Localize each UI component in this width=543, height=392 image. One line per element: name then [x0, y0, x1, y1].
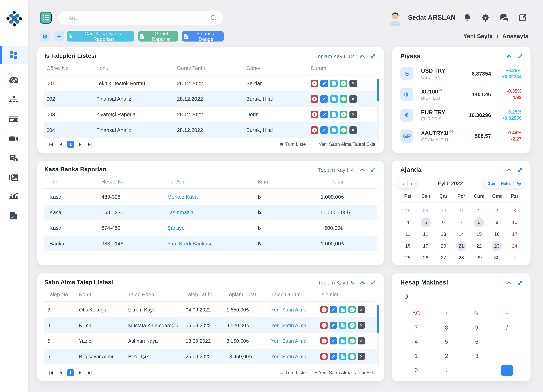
status-link[interactable]: Yeni Satın Alma: [271, 338, 320, 344]
approve-button[interactable]: ✓: [348, 322, 356, 329]
approve-button[interactable]: ✓: [348, 353, 356, 360]
table-row[interactable]: 002Finansal Analiz 28.12.2022Burak, Hila…: [44, 91, 377, 106]
account-link[interactable]: Taşınmazlar: [167, 209, 258, 215]
day-cell[interactable]: 28: [452, 252, 470, 263]
tab-cari-kasa-banka[interactable]: ₺ Cari-Kasa-Banka Raporları: [67, 31, 134, 42]
market-row[interactable]: XU100GSBIST 100 1401.46 -0.35%-4.93: [392, 84, 531, 105]
add-purchase-request-link[interactable]: + Yeni Satın Alma Talebi Ekle: [315, 142, 375, 147]
edit-button[interactable]: [320, 79, 328, 87]
day-cell[interactable]: 16: [488, 228, 506, 240]
calc-key-minus[interactable]: −: [492, 335, 522, 349]
document-button[interactable]: [330, 126, 338, 134]
page-first-button[interactable]: [46, 368, 56, 377]
collapse-chevron-icon[interactable]: [507, 281, 511, 284]
account-link[interactable]: Şantiye: [167, 225, 258, 231]
page-last-button[interactable]: [85, 368, 94, 377]
sidebar-item-organization[interactable]: [0, 91, 28, 109]
calc-key-dot[interactable]: .: [431, 363, 462, 377]
day-cell[interactable]: 1: [506, 252, 524, 263]
day-cell[interactable]: 22: [470, 240, 488, 252]
day-cell[interactable]: 15: [470, 228, 488, 240]
tab-genel-raporlar[interactable]: Genel Raporlar: [138, 31, 178, 42]
page-number[interactable]: 1: [65, 140, 75, 149]
collapse-chevron-icon[interactable]: [360, 168, 365, 171]
collapse-chevron-icon[interactable]: [360, 55, 365, 58]
expand-icon[interactable]: [371, 167, 376, 173]
page-next-button[interactable]: [75, 140, 85, 149]
day-cell[interactable]: 27: [435, 252, 452, 263]
collapse-chevron-icon[interactable]: [507, 55, 511, 58]
add-purchase-request-link[interactable]: + Yeni Satın Alma Talebi Ekle: [315, 370, 375, 375]
table-row[interactable]: 004Finansal Analiz 28.12.2022Burak, Hila…: [44, 122, 377, 138]
table-row[interactable]: 4Klima Mustafa Kalemdaroğlu06.09.2022 4.…: [44, 317, 377, 333]
table-scrollbar[interactable]: [377, 305, 379, 367]
day-cell[interactable]: 7: [452, 216, 470, 228]
edit-button[interactable]: [320, 95, 328, 103]
info-button[interactable]: i: [320, 337, 328, 344]
save-button[interactable]: [40, 31, 50, 42]
page-next-button[interactable]: [75, 368, 85, 377]
market-row[interactable]: GR XAUTRY1!GSGRAM ALTIN 508.57 -0.44%-2.…: [392, 126, 531, 146]
notifications-bell-icon[interactable]: [463, 13, 472, 22]
sidebar-item-cheque[interactable]: [0, 110, 28, 128]
edit-button[interactable]: [330, 322, 337, 329]
document-button[interactable]: [330, 111, 338, 118]
day-cell[interactable]: 21: [452, 240, 470, 252]
day-cell[interactable]: 1: [470, 205, 488, 216]
calc-key-3[interactable]: 3: [462, 349, 492, 363]
sidebar-item-ledger[interactable]: ₺: [0, 168, 28, 186]
page-first-button[interactable]: [46, 140, 56, 149]
delete-button[interactable]: ×: [358, 337, 365, 344]
sidebar-item-report[interactable]: [0, 207, 28, 225]
delete-button[interactable]: ×: [350, 95, 357, 103]
edit-button[interactable]: [330, 306, 337, 313]
day-cell[interactable]: 6: [435, 216, 452, 228]
calc-key-slash[interactable]: /: [431, 306, 462, 320]
day-cell[interactable]: 8: [470, 216, 488, 228]
search-icon[interactable]: [210, 14, 217, 21]
document-button[interactable]: [339, 306, 346, 313]
prev-month-button[interactable]: ‹: [402, 181, 404, 186]
table-row[interactable]: 5Yazıcı Aslıhan Kaya13.09.2022 3.150,00₺…: [44, 333, 377, 349]
menu-toggle-button[interactable]: [40, 12, 51, 23]
info-button[interactable]: i: [320, 306, 328, 313]
delete-button[interactable]: ×: [350, 126, 357, 134]
day-cell[interactable]: 10: [506, 216, 524, 228]
calc-key-1[interactable]: 1: [401, 349, 431, 363]
expand-icon[interactable]: [517, 280, 523, 286]
day-cell[interactable]: 12: [417, 228, 435, 240]
calc-key-6[interactable]: 6: [462, 335, 492, 349]
day-cell[interactable]: 5: [417, 216, 435, 228]
edit-button[interactable]: [330, 353, 337, 360]
table-scrollbar[interactable]: [377, 78, 379, 143]
page-prev-button[interactable]: [56, 368, 65, 377]
approve-button[interactable]: ✓: [340, 111, 347, 118]
document-button[interactable]: [339, 322, 346, 329]
calc-key-5[interactable]: 5: [431, 335, 462, 349]
day-cell[interactable]: 28: [399, 205, 417, 216]
search-input[interactable]: [68, 14, 210, 21]
day-cell[interactable]: 14: [452, 228, 470, 240]
calc-key-multiply[interactable]: /: [492, 320, 522, 335]
day-cell[interactable]: 23: [488, 240, 506, 252]
settings-gear-icon[interactable]: [481, 13, 490, 22]
day-cell[interactable]: 19: [417, 240, 435, 252]
document-button[interactable]: [330, 95, 338, 103]
calc-key-8[interactable]: 8: [431, 320, 462, 335]
calc-key-2[interactable]: 2: [431, 349, 462, 363]
table-row[interactable]: Kasa489-325 Merkez Kasa ₺ 1.000,00₺: [44, 189, 377, 205]
collapse-chevron-icon[interactable]: [507, 168, 511, 171]
market-row[interactable]: € EUR TRYEUR TRY 10.30296 +0.25%+0.02556: [392, 105, 531, 126]
approve-button[interactable]: ✓: [340, 79, 347, 87]
day-cell[interactable]: 20: [435, 240, 452, 252]
edit-button[interactable]: [330, 337, 337, 344]
user-avatar[interactable]: [387, 10, 403, 26]
delete-button[interactable]: ×: [358, 322, 365, 329]
table-row[interactable]: Kasa158 - 236 Taşınmazlar ₺ 500.000,00₺: [44, 205, 377, 220]
delete-button[interactable]: ×: [358, 306, 365, 313]
day-cell[interactable]: 26: [417, 252, 435, 263]
view-week[interactable]: Hafta: [501, 181, 511, 186]
expand-icon[interactable]: [517, 54, 523, 59]
edit-button[interactable]: [320, 126, 328, 134]
table-row[interactable]: 6Bilgisayar Alımı Betül Işık25.09.2022 1…: [44, 349, 377, 364]
